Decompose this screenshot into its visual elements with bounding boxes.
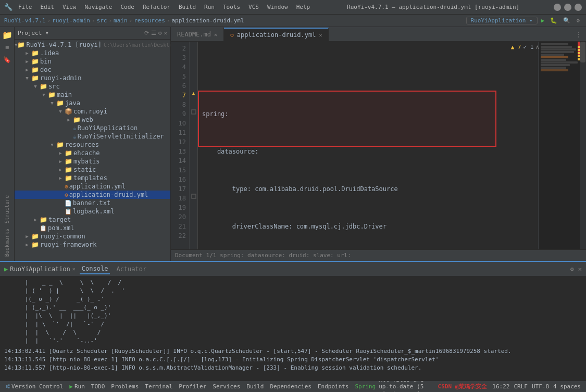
tree-banner[interactable]: 📄 banner.txt xyxy=(15,199,170,207)
status-todo[interactable]: TODO xyxy=(88,383,108,390)
menu-navigate[interactable]: Navigate xyxy=(82,4,115,10)
tree-ehcache[interactable]: ▶ 📁 ehcache xyxy=(15,149,170,157)
tree-com-ruoyi[interactable]: ▼ 📦 com.ruoyi xyxy=(15,107,170,116)
structure-vertical-label[interactable]: Structure xyxy=(4,193,10,225)
status-services[interactable]: Services xyxy=(209,383,243,390)
code-content[interactable]: spring: datasource: type: com.alibaba.dr… xyxy=(198,42,538,249)
tree-templates[interactable]: ▶ 📁 templates xyxy=(15,174,170,182)
status-charset[interactable]: UTF-8 xyxy=(530,383,551,390)
status-spring[interactable]: Spring xyxy=(352,383,379,390)
tree-root[interactable]: ▼ 📁 RuoYi-v4.7.1 [ruoyi] C:\Users\martin… xyxy=(15,41,170,49)
tree-bin[interactable]: ▶ 📁 bin xyxy=(15,57,170,66)
breadcrumb-src[interactable]: src xyxy=(97,17,107,24)
breadcrumb-file[interactable]: application-druid.yml xyxy=(171,17,244,24)
vertical-scrollbar[interactable] xyxy=(580,42,586,249)
tree-java[interactable]: ▼ 📁 java xyxy=(15,99,170,107)
web-label: web xyxy=(82,116,93,123)
bookmarks-icon[interactable]: 🔖 xyxy=(2,54,13,66)
druid-tab-close[interactable]: ✕ xyxy=(319,32,322,38)
breadcrumb-resources[interactable]: resources xyxy=(134,17,165,24)
tree-main[interactable]: ▼ 📁 main xyxy=(15,91,170,99)
sync-icon[interactable]: ⟳ xyxy=(144,30,149,36)
menu-help[interactable]: Help xyxy=(294,4,313,10)
status-dependencies[interactable]: Dependencies xyxy=(267,383,314,390)
menu-file[interactable]: File xyxy=(16,4,35,10)
project-icon[interactable]: 📁 xyxy=(2,29,13,41)
tree-ruoyi-servlet[interactable]: ☕ RuoYiServletInitializer xyxy=(15,132,170,141)
menu-code[interactable]: Code xyxy=(118,4,137,10)
tree-target[interactable]: ▶ 📁 target xyxy=(15,216,170,224)
menu-tools[interactable]: Tools xyxy=(220,4,243,10)
structure-icon[interactable]: ≡ xyxy=(2,42,13,53)
menu-edit[interactable]: Edit xyxy=(38,4,57,10)
filter-icon[interactable]: ☰ xyxy=(151,30,156,36)
menu-vcs[interactable]: VCS xyxy=(246,4,261,10)
actuator-tab[interactable]: Actuator xyxy=(114,264,148,274)
tab-druid[interactable]: ⚙ application-druid.yml ✕ xyxy=(224,28,329,41)
hide-icon[interactable]: ✕ xyxy=(164,30,167,36)
ruoyi-servlet-label: RuoYiServletInitializer xyxy=(78,133,164,140)
minimap[interactable] xyxy=(538,42,580,249)
collapse-all-icon[interactable]: ∧ xyxy=(535,44,539,50)
log-line-3: 14:13:11.557 [http-nio-80-exec-1] INFO o… xyxy=(4,364,582,372)
tree-src[interactable]: ▼ 📁 src xyxy=(15,82,170,91)
status-endpoints[interactable]: Endpoints xyxy=(315,383,352,390)
status-crlf[interactable]: CRLF xyxy=(512,383,530,390)
tree-pom[interactable]: 📋 pom.xml xyxy=(15,224,170,232)
menu-window[interactable]: Window xyxy=(265,4,291,10)
ruoyi-app-label: RuoYiApplication xyxy=(78,124,138,132)
document-path: Document 1/1 spring: datasource: druid: … xyxy=(175,252,351,259)
bottom-close-icon[interactable]: ✕ xyxy=(578,265,582,273)
tree-ruoyi-admin[interactable]: ▼ 📁 ruoyi-admin xyxy=(15,74,170,82)
status-problems[interactable]: Problems xyxy=(108,383,142,390)
tree-ruoyi-application[interactable]: ☕ RuoYiApplication xyxy=(15,124,170,132)
src-label: src xyxy=(48,83,60,90)
gear-icon[interactable]: ⚙ xyxy=(158,30,162,36)
bottom-settings-icon[interactable]: ⚙ xyxy=(570,265,574,273)
settings-icon[interactable]: ⚙ xyxy=(574,17,582,24)
tree-mybatis[interactable]: ▶ 📁 mybatis xyxy=(15,157,170,166)
breadcrumb-main[interactable]: main xyxy=(114,17,128,24)
search-icon[interactable]: 🔍 xyxy=(561,17,572,24)
status-spaces[interactable]: 4 spaces xyxy=(551,383,583,390)
breadcrumb-app[interactable]: RuoYi-v4.7.1 xyxy=(4,17,45,24)
close-button[interactable] xyxy=(575,4,582,11)
project-label[interactable]: Project ▾ xyxy=(18,30,49,36)
tab-readme[interactable]: README.md ✕ xyxy=(171,28,224,41)
tree-application-yml[interactable]: ⚙ application.yml xyxy=(15,182,170,191)
tree-ruoyi-common[interactable]: ▶ 📁 ruoyi-common xyxy=(15,232,170,241)
tree-resources[interactable]: ▼ 📁 resources xyxy=(15,141,170,149)
tree-application-druid-yml[interactable]: ⚙ application-druid.yml xyxy=(15,191,170,199)
tree-doc[interactable]: ▶ 📁 doc xyxy=(15,66,170,74)
ruoyi-framework-label: ruoyi-framework xyxy=(40,241,96,248)
status-run[interactable]: ▶Run xyxy=(66,383,88,390)
breadcrumb-admin[interactable]: ruoyi-admin xyxy=(52,17,90,24)
scroll-thumb[interactable] xyxy=(580,42,585,62)
tree-idea[interactable]: ▶ 📁 .idea xyxy=(15,49,170,57)
console-tab[interactable]: Console xyxy=(80,264,110,274)
log-line-1: 14:13:02.411 [Quartz Scheduler [RuoyiSch… xyxy=(4,347,582,356)
tree-ruoyi-framework[interactable]: ▶ 📁 ruoyi-framework xyxy=(15,241,170,249)
bookmarks-vertical-label[interactable]: Bookmarks xyxy=(4,226,10,259)
tree-web[interactable]: ▶ 📁 web xyxy=(15,116,170,124)
maximize-button[interactable] xyxy=(564,4,571,11)
run-tab-header[interactable]: ▶ RuoYiApplication ✕ xyxy=(4,265,76,273)
debug-icon[interactable]: 🐛 xyxy=(548,17,559,24)
branch-selector[interactable]: RuoYiApplication ▾ xyxy=(466,17,538,24)
status-profiler[interactable]: Profiler xyxy=(176,383,209,390)
minimize-button[interactable] xyxy=(554,4,561,11)
tree-static[interactable]: ▶ 📁 static xyxy=(15,166,170,174)
readme-tab-close[interactable]: ✕ xyxy=(214,32,217,37)
status-terminal[interactable]: Terminal xyxy=(142,383,176,390)
breadcrumb-toolbar: RuoYi-v4.7.1 › ruoyi-admin › src › main … xyxy=(0,15,586,27)
menu-view[interactable]: View xyxy=(60,4,79,10)
run-icon[interactable]: ▶ xyxy=(539,17,547,24)
menu-run[interactable]: Run xyxy=(202,4,217,10)
status-version-control[interactable]: ⑆Version Control xyxy=(3,383,66,390)
status-build[interactable]: Build xyxy=(243,383,267,390)
editor-options-icon[interactable]: ⋮ xyxy=(571,28,586,41)
run-tab-close-icon[interactable]: ✕ xyxy=(72,266,76,272)
menu-build[interactable]: Build xyxy=(176,4,198,10)
menu-refactor[interactable]: Refactor xyxy=(140,4,173,10)
tree-logback[interactable]: 📋 logback.xml xyxy=(15,207,170,216)
